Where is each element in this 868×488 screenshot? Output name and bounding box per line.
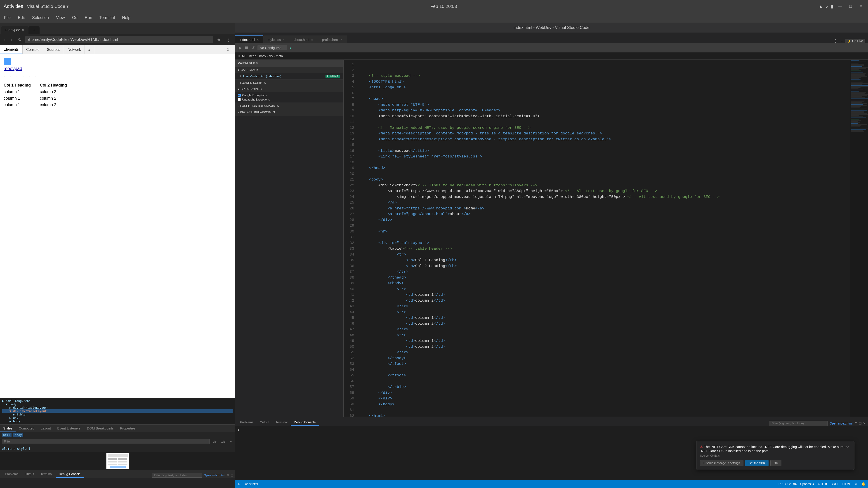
ok-btn[interactable]: OK xyxy=(770,460,781,466)
close-button[interactable]: × xyxy=(856,3,866,10)
panel-close-icon[interactable]: × xyxy=(863,421,865,425)
breadcrumb-meta[interactable]: meta xyxy=(276,54,283,58)
layout-tab[interactable]: Layout xyxy=(37,425,54,432)
debug-console-filter[interactable] xyxy=(152,473,202,478)
debug-run-btn[interactable]: ▸ xyxy=(290,45,292,51)
forward-button[interactable]: › xyxy=(9,36,14,43)
vscode-tab-about-close[interactable]: × xyxy=(311,38,313,41)
styles-tab[interactable]: Styles xyxy=(0,425,16,432)
devtools-tab-sources[interactable]: Sources xyxy=(43,45,64,54)
breadcrumb-head[interactable]: head xyxy=(249,54,256,58)
vscode-tab-style-close[interactable]: × xyxy=(283,38,284,41)
devtools-icon-1[interactable]: ⚙ xyxy=(226,47,230,52)
body-tag-indicator[interactable]: body xyxy=(13,433,23,437)
debug-continue-btn[interactable]: ▶ xyxy=(239,45,242,51)
vscode-app-label[interactable]: Visual Studio Code ▾ xyxy=(27,4,69,9)
eol-indicator[interactable]: CRLF xyxy=(831,482,839,486)
go-live-icon[interactable]: ⚡ Go Live xyxy=(845,39,865,43)
styles-filter-input[interactable] xyxy=(2,439,210,444)
browser-tab-moovpad[interactable]: moovpad × xyxy=(1,26,29,34)
more-options-icon[interactable]: ⋮ xyxy=(224,36,232,43)
event-listeners-tab[interactable]: Event Listeners xyxy=(54,425,84,432)
vscode-tab-profile-close[interactable]: × xyxy=(340,38,342,41)
line-number: 57 xyxy=(344,384,354,390)
code-editor[interactable]: <!-- style moovpad --> <!DOCTYPE html> <… xyxy=(357,60,850,417)
menu-file[interactable]: File xyxy=(1,14,14,22)
reload-button[interactable]: ↻ xyxy=(16,36,24,43)
dom-breakpoints-tab[interactable]: DOM Breakpoints xyxy=(84,425,117,432)
panel-chevron-icon[interactable]: ⌃ xyxy=(855,421,857,425)
caught-exceptions-checkbox[interactable] xyxy=(238,94,241,97)
debug-config-btn[interactable]: No Configurati… xyxy=(257,45,287,51)
minimize-button[interactable]: — xyxy=(835,3,845,10)
get-sdk-btn[interactable]: Get the SDK xyxy=(745,460,769,466)
menu-go[interactable]: Go xyxy=(69,14,81,22)
html-tag-indicator[interactable]: html xyxy=(2,433,11,437)
close-panel-icon[interactable]: × xyxy=(227,473,229,477)
problems-tab-vsc[interactable]: Problems xyxy=(237,419,256,426)
menu-terminal[interactable]: Terminal xyxy=(96,14,118,22)
output-tab-vsc[interactable]: Output xyxy=(256,419,272,426)
encoding-indicator[interactable]: UTF-8 xyxy=(818,482,827,486)
terminal-tab-vsc[interactable]: Terminal xyxy=(272,419,291,426)
menu-edit[interactable]: Edit xyxy=(15,14,28,22)
uncaught-exceptions-checkbox[interactable] xyxy=(238,98,241,101)
back-button[interactable]: ‹ xyxy=(2,36,7,43)
feedback-icon[interactable]: ☺ xyxy=(855,482,858,486)
plus-cls-btn[interactable]: .cls xyxy=(220,440,227,444)
breakpoints-header[interactable]: ▾ BREAKPOINTS xyxy=(235,86,343,92)
devtools-tab-console[interactable]: Console xyxy=(23,45,43,54)
panel-maximize-icon[interactable]: □ xyxy=(859,421,862,425)
exception-bp-header[interactable]: › EXCEPTION BREAKPOINTS xyxy=(235,103,343,109)
spaces-indicator[interactable]: Spaces: 4 xyxy=(800,482,814,486)
site-title-link[interactable]: moovpad xyxy=(4,66,22,71)
debug-console-tab[interactable]: Debug Console xyxy=(56,471,84,478)
browser-new-tab[interactable]: + xyxy=(29,26,39,34)
vscode-tab-profile[interactable]: profile.html × xyxy=(318,35,347,43)
vscode-tab-about[interactable]: about.html × xyxy=(289,35,317,43)
breadcrumb-html[interactable]: HTML xyxy=(238,54,246,58)
vscode-tab-style[interactable]: style.css × xyxy=(264,35,289,43)
call-stack-item[interactable]: ⏸ Users/index.html (index.html) RUNNING xyxy=(238,74,341,78)
terminal-tab[interactable]: Terminal xyxy=(37,471,56,478)
cls-view-btn[interactable]: cls xyxy=(212,440,218,444)
debug-console-tab-vsc[interactable]: Debug Console xyxy=(291,419,319,426)
browser-tab-close[interactable]: × xyxy=(22,28,24,32)
breadcrumb-div[interactable]: div xyxy=(269,54,273,58)
devtools-tab-elements[interactable]: Elements xyxy=(0,45,23,54)
more-actions-icon[interactable]: ⋯ xyxy=(839,38,843,43)
browse-bp-header[interactable]: › BROWSE BREAKPOINTS xyxy=(235,109,343,115)
line-col-indicator[interactable]: Ln 13, Col 84 xyxy=(778,482,797,486)
debug-restart-btn[interactable]: ↺ xyxy=(251,45,255,51)
bottom-panel-filter[interactable] xyxy=(769,421,828,426)
output-tab[interactable]: Output xyxy=(22,471,37,478)
add-style-btn[interactable]: + xyxy=(228,440,233,444)
maximize-button[interactable]: □ xyxy=(845,3,856,10)
menu-selection[interactable]: Selection xyxy=(29,14,52,22)
breadcrumb-body[interactable]: body xyxy=(259,54,266,58)
notification-icon[interactable]: 🔔 xyxy=(862,482,865,486)
activities-label[interactable]: Activities xyxy=(2,3,25,9)
bookmark-icon[interactable]: ★ xyxy=(215,36,223,43)
split-editor-icon[interactable]: ⋮ xyxy=(833,38,837,43)
devtools-tab-network[interactable]: Network xyxy=(64,45,85,54)
language-indicator[interactable]: HTML xyxy=(842,482,851,486)
menu-view[interactable]: View xyxy=(53,14,68,22)
loaded-scripts-header[interactable]: › LOADED SCRIPTS xyxy=(235,80,343,86)
computed-tab[interactable]: Computed xyxy=(16,425,37,432)
open-index-html-link[interactable]: Open index.html xyxy=(830,422,852,425)
maximize-panel-icon[interactable]: □ xyxy=(231,473,233,477)
address-input[interactable] xyxy=(25,36,213,43)
menu-help[interactable]: Help xyxy=(119,14,133,22)
properties-tab[interactable]: Properties xyxy=(117,425,138,432)
devtools-icon-2[interactable]: × xyxy=(231,48,233,52)
disable-message-btn[interactable]: Disable message in settings xyxy=(700,460,743,466)
vscode-tab-index-close[interactable]: × xyxy=(257,38,258,41)
problems-tab[interactable]: Problems xyxy=(2,471,22,478)
open-index-link[interactable]: Open index.html xyxy=(204,474,225,477)
debug-stop-btn[interactable]: ⏹ xyxy=(245,45,249,50)
devtools-tab-more[interactable]: » xyxy=(85,45,94,54)
vscode-tab-index[interactable]: index.html × xyxy=(235,35,264,43)
menu-run[interactable]: Run xyxy=(82,14,95,22)
call-stack-header[interactable]: ▾ CALL STACK xyxy=(235,67,343,73)
